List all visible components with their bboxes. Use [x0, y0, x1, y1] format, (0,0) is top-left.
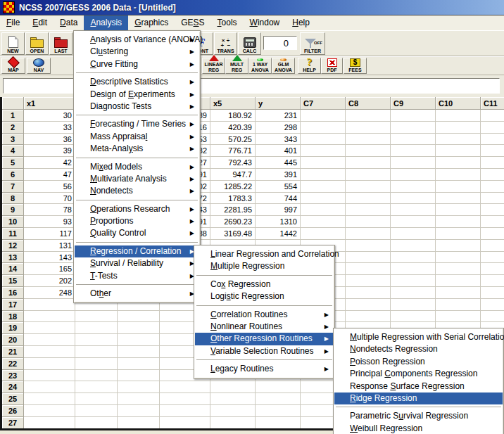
cell[interactable]	[436, 145, 481, 157]
nav-button[interactable]: NAV	[27, 58, 51, 74]
cell[interactable]	[75, 393, 118, 405]
cell[interactable]: 391	[256, 169, 301, 181]
cell[interactable]	[118, 417, 160, 428]
cell[interactable]: 1285.22	[210, 181, 256, 193]
cell[interactable]	[346, 252, 391, 264]
cell[interactable]	[118, 346, 160, 358]
cell[interactable]	[301, 134, 346, 146]
menu-item-response-surface-regression[interactable]: Response Surface Regression	[334, 381, 503, 392]
menu-item-survival-reliability[interactable]: Survival / Reliability▶	[75, 257, 199, 269]
menu-item-multiple-regression-with-serial-correlation[interactable]: Multiple Regression with Serial Correlat…	[334, 331, 503, 343]
cell[interactable]	[24, 334, 75, 346]
menu-item-mixed-models[interactable]: Mixed Models▶	[75, 161, 199, 173]
cell[interactable]	[301, 193, 346, 205]
menu-item-meta-analysis[interactable]: Meta-Analysis▶	[75, 143, 199, 155]
cell[interactable]	[391, 181, 436, 193]
cell[interactable]	[301, 181, 346, 193]
row-header[interactable]: 5	[2, 157, 24, 169]
cell[interactable]	[391, 311, 436, 323]
row-header[interactable]: 15	[2, 275, 24, 287]
cell[interactable]	[481, 193, 504, 205]
cell[interactable]: 93	[24, 216, 75, 228]
row-header[interactable]: 13	[2, 252, 24, 264]
menu-item-proportions[interactable]: Proportions▶	[75, 215, 199, 227]
menubar-item-file[interactable]: File	[0, 15, 26, 30]
cell[interactable]	[118, 311, 160, 323]
cell[interactable]	[346, 181, 391, 193]
menu-item-forecasting-time-series[interactable]: Forecasting / Time Series▶	[75, 118, 199, 130]
cell[interactable]	[75, 346, 118, 358]
cell[interactable]: 33	[24, 122, 75, 134]
menu-item-clustering[interactable]: Clustering▶	[75, 46, 199, 58]
row-header[interactable]: 21	[2, 346, 24, 358]
menu-item-curve-fitting[interactable]: Curve Fitting▶	[75, 58, 199, 70]
cell[interactable]	[436, 122, 481, 134]
row-header[interactable]: 11	[2, 228, 24, 240]
cell[interactable]: 792.43	[210, 157, 256, 169]
cell[interactable]: 131	[24, 240, 75, 252]
menu-item-poisson-regression[interactable]: Poisson Regression	[334, 356, 503, 368]
cell[interactable]	[436, 275, 481, 287]
cell[interactable]: 70	[24, 193, 75, 205]
cell[interactable]	[160, 381, 210, 393]
row-header[interactable]: 23	[2, 370, 24, 382]
cell[interactable]: 445	[256, 157, 301, 169]
column-header-C11[interactable]: C11	[481, 97, 504, 110]
cell[interactable]: 401	[256, 145, 301, 157]
menu-item-analysis-of-variance-anova[interactable]: Analysis of Variance (ANOVA)▶	[75, 34, 199, 46]
cell[interactable]	[160, 417, 210, 428]
column-header-C8[interactable]: C8	[346, 97, 391, 110]
cell[interactable]: 78	[24, 204, 75, 216]
cell[interactable]	[24, 358, 75, 370]
menubar-item-gess[interactable]: GESS	[175, 15, 210, 30]
help-button[interactable]: HELP	[298, 58, 321, 74]
cell[interactable]	[160, 393, 210, 405]
cell[interactable]	[346, 228, 391, 240]
row-header[interactable]: 4	[2, 145, 24, 157]
menu-item-multiple-regression[interactable]: Multiple Regression	[195, 260, 334, 272]
cell[interactable]: 776.71	[210, 145, 256, 157]
cell[interactable]: 554	[256, 181, 301, 193]
menu-item-quality-control[interactable]: Quality Control▶	[75, 227, 199, 239]
cell[interactable]	[481, 287, 504, 299]
row-header[interactable]: 6	[2, 169, 24, 181]
menu-item-weibull-regression[interactable]: Weibull Regression	[334, 423, 503, 434]
cell[interactable]	[436, 134, 481, 146]
cell[interactable]	[481, 311, 504, 323]
cell[interactable]	[391, 275, 436, 287]
row-header[interactable]: 17	[2, 299, 24, 311]
cell[interactable]	[346, 311, 391, 323]
menubar-item-window[interactable]: Window	[244, 15, 286, 30]
cell[interactable]	[346, 263, 391, 275]
cell[interactable]	[391, 145, 436, 157]
open-button[interactable]: OPEN	[25, 32, 49, 55]
cell[interactable]: 2690.23	[210, 216, 256, 228]
fees-button[interactable]: FEES	[344, 58, 367, 74]
cell[interactable]	[436, 193, 481, 205]
cell[interactable]	[24, 311, 75, 323]
cell[interactable]	[24, 322, 75, 334]
cell[interactable]: 202	[24, 275, 75, 287]
menubar-item-tools[interactable]: Tools	[211, 15, 244, 30]
cell[interactable]: 1442	[256, 228, 301, 240]
cell[interactable]: 248	[24, 287, 75, 299]
select-all-corner[interactable]	[2, 97, 24, 110]
cell[interactable]	[391, 299, 436, 311]
menu-item-regression-correlation[interactable]: Regression / Correlation▶	[75, 245, 199, 257]
row-header[interactable]: 8	[2, 193, 24, 205]
menu-item-logistic-regression[interactable]: Logistic Regression	[195, 291, 334, 302]
cell[interactable]: 570.25	[210, 134, 256, 146]
menu-item-descriptive-statistics[interactable]: Descriptive Statistics▶	[75, 76, 199, 88]
column-header-x1[interactable]: x1	[24, 97, 75, 110]
row-header[interactable]: 22	[2, 358, 24, 370]
cell[interactable]	[436, 228, 481, 240]
cell[interactable]	[75, 405, 118, 417]
row-header[interactable]: 25	[2, 393, 24, 405]
row-header[interactable]: 20	[2, 334, 24, 346]
cell[interactable]	[391, 204, 436, 216]
menu-item-other[interactable]: Other▶	[75, 288, 199, 300]
cell[interactable]	[346, 299, 391, 311]
cell[interactable]	[436, 204, 481, 216]
cell[interactable]	[481, 134, 504, 146]
cell[interactable]	[346, 193, 391, 205]
